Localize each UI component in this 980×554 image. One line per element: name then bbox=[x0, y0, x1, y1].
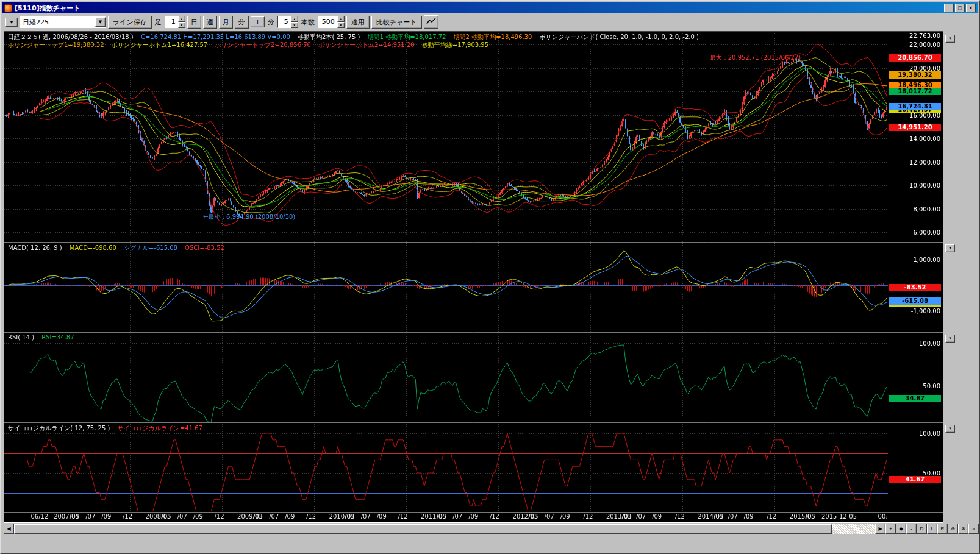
minute-spin-up-icon[interactable]: ▲ bbox=[291, 16, 298, 22]
zoom-in-button[interactable]: + bbox=[885, 524, 896, 534]
x-axis-label: /09 bbox=[285, 513, 295, 520]
psych-panel-menu-button[interactable]: ▼ bbox=[945, 425, 955, 433]
toolbar: ▼ 日経225 ▼ ライン保存 足 1 ▲ ▼ 日 週 月 分 T 分 5 ▲ … bbox=[2, 13, 978, 30]
bars-value: 500 bbox=[318, 16, 337, 28]
x-axis-label: /05 bbox=[437, 513, 446, 520]
axis-label: 8,000.00 bbox=[889, 206, 940, 213]
chart-region[interactable]: 日経２２５( 週, 2006/08/26 - 2016/03/18 ) C=16… bbox=[4, 31, 943, 523]
minute-spin-down-icon[interactable]: ▼ bbox=[291, 22, 298, 28]
bollinger-readout-row: ボリンジャートップ1=19,380.32 ボリンジャーボトム1=16,427.5… bbox=[8, 41, 494, 49]
scrollbar-thumb[interactable] bbox=[14, 524, 832, 534]
x-axis-label: /07 bbox=[177, 513, 187, 520]
symbol-combo[interactable]: 日経225 ▼ bbox=[20, 16, 106, 28]
l-mode-button[interactable]: L bbox=[927, 524, 937, 534]
main-panel-header: 日経２２５( 週, 2006/08/26 - 2016/03/18 ) C=16… bbox=[8, 33, 704, 41]
psych-settings-label: サイコロジカルライン( 12, 75, 25 ) bbox=[8, 425, 110, 431]
ma1-readout: 期間1 移動平均=18,017.72 bbox=[368, 34, 446, 40]
x-axis-label: /05 bbox=[253, 513, 263, 520]
macd-panel-menu-button[interactable]: ▼ bbox=[945, 244, 955, 252]
ohlc-readout: C=16,724.81 H=17,291.35 L=16,613.89 V=0.… bbox=[141, 34, 290, 40]
psych-readout: サイコロジカルライン=41.67 bbox=[118, 425, 202, 431]
axis-label: 50.00 bbox=[889, 383, 940, 389]
combo-dropdown-icon[interactable]: ▼ bbox=[95, 17, 106, 27]
minimize-button[interactable]: _ bbox=[944, 4, 954, 12]
scrollbar-track[interactable] bbox=[14, 524, 875, 534]
chart-nav-cluster: + ◆ - D L R ⊕ ⊗ » bbox=[885, 524, 979, 534]
x-axis-label: /12 bbox=[123, 513, 132, 520]
ashi-spin-down-icon[interactable]: ▼ bbox=[178, 22, 185, 28]
chart-menu-dropdown-button[interactable]: ▼ bbox=[5, 18, 18, 27]
apply-button[interactable]: 適用 bbox=[346, 16, 370, 29]
compare-chart-button[interactable]: 比較チャート bbox=[371, 16, 422, 29]
scroll-left-icon[interactable]: ◀ bbox=[4, 524, 14, 534]
ashi-spin-up-icon[interactable]: ▲ bbox=[178, 16, 185, 22]
macd-panel-header: MACD( 12, 26, 9 ) MACD=-698.60 シグナル=-615… bbox=[8, 244, 230, 252]
bars-spin-up-icon[interactable]: ▲ bbox=[337, 16, 345, 22]
period-minute-button[interactable]: 分 bbox=[235, 16, 249, 29]
symbol-combo-value: 日経225 bbox=[23, 18, 49, 27]
x-axis-label: /12 bbox=[490, 513, 499, 520]
close-button[interactable]: × bbox=[966, 4, 976, 12]
magnify-in-button[interactable]: ⊕ bbox=[948, 524, 958, 534]
r-mode-button[interactable]: R bbox=[937, 524, 948, 534]
axis-label: 10,000.00 bbox=[889, 182, 940, 189]
bb-top2-readout: ボリンジャートップ2=20,856.70 bbox=[215, 41, 311, 48]
minute-stepper[interactable]: 5 ▲ ▼ bbox=[277, 16, 298, 28]
x-axis-label: 06/12 bbox=[31, 513, 49, 520]
axis-label: 20,000.00 bbox=[889, 65, 940, 72]
zoom-out-button[interactable]: - bbox=[906, 524, 917, 534]
axis-label: 6,000.00 bbox=[889, 229, 940, 236]
bb-bottom1-readout: ボリンジャーボトム1=16,427.57 bbox=[112, 41, 208, 48]
price-tag: 18,017.72 bbox=[889, 88, 941, 95]
price-panel-menu-button[interactable]: ▼ bbox=[945, 35, 955, 43]
chart-canvas[interactable] bbox=[4, 32, 943, 522]
ma2-readout: 期間2 移動平均=18,496.30 bbox=[454, 34, 532, 40]
scroll-right-icon[interactable]: ▶ bbox=[875, 524, 885, 534]
x-axis-label: /05 bbox=[622, 513, 632, 520]
magnify-out-button[interactable]: ⊗ bbox=[958, 524, 968, 534]
bars-spin-down-icon[interactable]: ▼ bbox=[337, 22, 345, 28]
x-axis-label: /09 bbox=[193, 513, 203, 520]
psych-panel-header: サイコロジカルライン( 12, 75, 25 ) サイコロジカルライン=41.6… bbox=[8, 424, 208, 433]
rsi-panel-header: RSI( 14 ) RSI=34.87 bbox=[8, 334, 80, 341]
x-axis-label: /12 bbox=[767, 513, 776, 520]
bb-center-readout: 移動平均線=17,903.95 bbox=[422, 41, 488, 48]
maximize-button[interactable]: □ bbox=[955, 4, 965, 12]
x-axis-label: /07 bbox=[728, 513, 738, 520]
price-tag: 34.87 bbox=[889, 395, 941, 402]
price-tag: 41.67 bbox=[889, 476, 941, 483]
period-month-button[interactable]: 月 bbox=[219, 16, 233, 29]
draw-line-tool-button[interactable] bbox=[424, 15, 438, 29]
period-week-button[interactable]: 週 bbox=[203, 16, 217, 29]
macd-readout: MACD=-698.60 bbox=[70, 244, 116, 251]
minute-label: 分 bbox=[266, 18, 276, 27]
price-tag: 14,951.20 bbox=[889, 124, 941, 131]
title-bar[interactable]: [5110]指数チャート _ □ × bbox=[2, 2, 978, 13]
x-axis-label: /07 bbox=[545, 513, 554, 520]
x-axis-label: /05 bbox=[345, 513, 355, 520]
fit-button[interactable]: ◆ bbox=[896, 524, 906, 534]
window-controls: _ □ × bbox=[944, 4, 976, 12]
axis-label: -1,000.00 bbox=[889, 308, 940, 314]
x-axis-label: /07 bbox=[452, 513, 462, 520]
axis-label: 22,000.00 bbox=[889, 41, 940, 48]
ashi-label: 足 bbox=[154, 18, 163, 27]
x-axis-label: /05 bbox=[529, 513, 538, 520]
rsi-readout: RSI=34.87 bbox=[41, 334, 74, 341]
window-title: [5110]指数チャート bbox=[15, 4, 942, 13]
bb-top1-readout: ボリンジャートップ1=19,380.32 bbox=[8, 41, 104, 48]
rsi-panel-menu-button[interactable]: ▼ bbox=[945, 335, 955, 343]
x-axis-label: /07 bbox=[361, 513, 371, 520]
period-day-button[interactable]: 日 bbox=[187, 16, 201, 29]
ashi-stepper[interactable]: 1 ▲ ▼ bbox=[165, 16, 185, 28]
period-tick-button[interactable]: T bbox=[251, 16, 265, 27]
ma-settings-label: 移動平均2本( 25, 75 ) bbox=[298, 34, 360, 40]
axis-label: 1,000.00 bbox=[889, 257, 940, 263]
bars-stepper[interactable]: 500 ▲ ▼ bbox=[318, 16, 345, 28]
axis-label: 14,000.00 bbox=[889, 135, 940, 142]
scroll-end-button[interactable]: » bbox=[968, 524, 979, 534]
x-axis-label: /05 bbox=[70, 513, 79, 520]
save-line-button[interactable]: ライン保存 bbox=[108, 16, 152, 29]
d-mode-button[interactable]: D bbox=[917, 524, 927, 534]
right-strip: ▼ ▼ ▼ ▼ bbox=[945, 31, 979, 523]
